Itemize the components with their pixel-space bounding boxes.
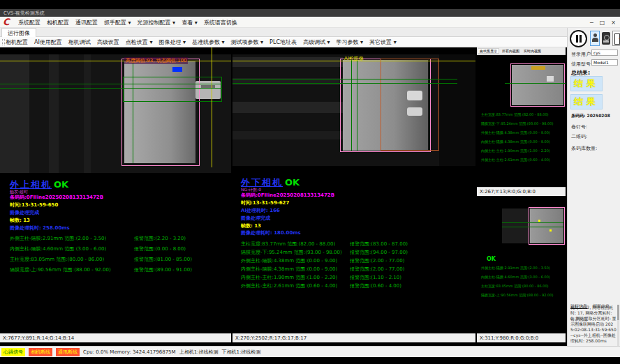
machinery-band [232,57,343,67]
measure-line [232,79,457,79]
elapsed-text: 图像处理耗时: 258.00ms [10,225,70,232]
toolbar: 相机配置 AI使用配置 相机调试 高级设置 点检设置 ▾ 图像处理 ▾ 基准线参… [0,37,620,47]
roi-box-pink [510,63,565,107]
alarm-range: 报警范围:(1.10 - 2.10) [350,274,401,281]
model-label: 使用型号: [571,61,592,68]
right-panel: → 登录用户: cys 使用型号: Model1 总结果: 结果 结果 条码码:… [567,28,620,346]
measure-row: 主柱宽度:83.77mm 范围:(82.00 - 88.00) [241,241,335,248]
time-text: 时间:13-31-59-627 [241,199,289,206]
middle-camera-view[interactable]: AI检图像 外下相机OK NG:计数:0 条码码:0FIIine20250208… [232,47,475,333]
preview-measure-line: 外侧主柱-主柱:2.61mm 范围:(0.60 - 4.00) [481,158,550,162]
alarm-range: 报警范围:(0.00 - 8.00) [134,245,186,252]
pixel-coords: X:7677;Y:891;R:14;G:14;B:14 [3,335,74,341]
tool-camera-debug[interactable]: 相机调试 [68,38,91,46]
settings-button[interactable] [602,32,610,45]
barcode-value: 条码码: 20250208 [571,113,610,119]
tool-advanced-debug[interactable]: 高级调试 ▾ [303,38,330,46]
measure-row: 外侧主柱-主柱:2.61mm 范围:(0.60 - 4.00) [241,282,337,289]
user-button[interactable] [590,31,600,46]
login-user-input[interactable]: cys [591,50,618,56]
machinery-stripe [49,54,59,173]
pause-icon [580,35,582,43]
preview-tab-all[interactable]: 所有内视图 [501,49,521,53]
tool-spot-check[interactable]: 点检设置 ▾ [126,38,153,46]
pause-icon [576,35,578,43]
menu-language-switch[interactable]: 系统语言切换 [204,19,237,26]
menu-gripper-config[interactable]: 抓手配置 ▾ [104,19,131,26]
machinery-band [232,131,343,139]
tool-camera-config[interactable]: 相机配置 [6,38,28,46]
preview-tab-curve[interactable]: 曲线图显示 [478,48,499,54]
ai-image-overlay-text: AI检图像 [344,55,364,62]
measure-line [502,222,563,223]
preview-measure-line: 内侧主柱-主柱:1.90mm 范围:(1.00 - 2.20) [481,149,550,153]
marker-dot [549,229,552,232]
pause-button[interactable] [570,30,587,47]
model-input[interactable]: Model1 [591,59,618,66]
preview-panel-top[interactable]: 主柱宽度:83.77mm 范围:(82.00 - 88.00) 隔膜宽度-下:9… [477,55,566,187]
menu-camera-config[interactable]: 相机配置 [47,19,69,26]
menu-comm-config[interactable]: 通讯配置 [75,19,98,26]
user-icon [593,33,597,37]
menu-bar: C 系统配置 相机配置 通讯配置 抓手配置 ▾ 光源控制配置 ▾ 查看 ▾ 系统… [0,17,620,28]
maximize-icon[interactable]: □ [600,20,605,26]
middle-coord-strip: X:270;Y:2502;R:17;G:17;B:17 [232,333,475,342]
marker-dot [538,220,540,222]
preview-measure-line: 隔膜宽度-上:90.56mm 范围:(88.00 - 92.00) [481,293,553,297]
tool-image-processing[interactable]: 图像处理 ▾ [158,38,186,46]
measure-line [502,227,563,227]
alarm-range: 报警范围:(2.00 - 77.00) [350,257,404,264]
result-box-bottom: 结果 [570,94,603,109]
close-icon[interactable]: × [611,20,616,26]
minimize-icon[interactable]: ─ [590,20,593,26]
preview-tab-live[interactable]: 实时内视图 [522,49,542,53]
exit-button[interactable]: → [612,31,620,46]
menu-items: 系统配置 相机配置 通讯配置 抓手配置 ▾ 光源控制配置 ▾ 查看 ▾ 系统语言… [18,17,237,28]
pixel-coords: X:267;Y:13;R:0;G:0;B:0 [480,189,536,195]
roi-box-green [123,77,222,102]
camera-name: 外下相机 [241,177,283,188]
frame-count-text: 帧数: 13 [241,222,261,229]
preview-measure-line: 外侧主柱-隔膜:4.38mm 范围:(0.00 - 9.00) [481,130,550,135]
tool-advanced-settings[interactable]: 高级设置 [97,38,119,46]
tool-plc-address-table[interactable]: PLC地址表 [270,38,297,46]
alarm-range: 报警范围:(83.00 - 87.00) [350,241,408,248]
user-icon [592,38,598,42]
bright-feature [547,76,554,82]
menu-light-config[interactable]: 光源控制配置 ▾ [138,19,176,26]
measure-row: 内侧主柱-隔膜:4.38mm 范围:(0.00 - 9.00) [241,266,337,273]
window-title: CVS-视觉检测系统 [3,10,45,17]
result-box-top: 结果 [570,76,603,91]
threshold-overlay-text: 高度阈值:93, 动态阈值:100 [124,57,188,64]
needle-number-label: 卷针号: [571,123,587,130]
measure-row: 内侧主柱-隔膜:4.60mm 范围:(3.00 - 6.00) [10,245,106,252]
tool-baseline-params[interactable]: 基准线参数 ▾ [192,38,225,46]
guide-line-horizontal [0,61,231,61]
barcode-text: 条码码:0FIIine2025020813313472B [241,192,334,199]
scrollbar-thumb[interactable] [617,305,619,320]
menu-view[interactable]: 查看 ▾ [182,19,198,26]
alarm-range: 报警范围:(2.20 - 3.20) [134,235,186,242]
tool-ai-usage-config[interactable]: AI使用配置 [34,38,62,46]
preview-panel-bottom[interactable]: OK 外侧主柱-隔膜:2.91mm 范围:(2.00 - 3.50) 内侧主柱-… [477,196,566,333]
menu-system-config[interactable]: 系统配置 [18,19,40,26]
process-done-text: 图像处理完成 [10,209,39,216]
tool-test-params[interactable]: 测试项参数 ▾ [231,38,264,46]
tool-learning-params[interactable]: 学习参数 ▾ [337,38,364,46]
left-camera-view[interactable]: 高度阈值:93, 动态阈值:100 外上相机OK 触发:超时 条码码:0FIIi… [0,47,231,333]
result-ok-badge: OK [54,179,68,190]
heartbeat-badge: 心跳信号 [1,348,25,356]
alarm-range: 报警范围:(81.00 - 85.00) [134,256,192,263]
tool-other-settings[interactable]: 其它设置 ▾ [369,38,397,46]
app-logo-icon: C [3,17,10,27]
window-controls: ─ □ × [590,17,616,28]
measure-line [133,61,133,163]
barcode-text: 条码码:0FIIine2025020813313472B [10,194,103,201]
left-coord-strip: X:7677;Y:891;R:14;G:14;B:14 [0,333,231,342]
app-window: CVS-视觉检测系统 C 系统配置 相机配置 通讯配置 抓手配置 ▾ 光源控制配… [0,0,620,364]
measure-line [0,88,222,89]
machinery-right [439,54,475,166]
gear-icon [603,40,609,43]
tab-run-image[interactable]: 运行图像 [1,28,36,38]
measure-line [357,60,357,151]
